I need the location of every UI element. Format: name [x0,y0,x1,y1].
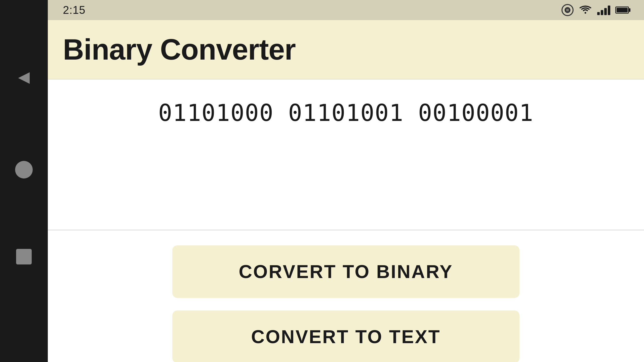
status-time: 2:15 [63,4,86,16]
signal-icon [597,5,610,15]
binary-display-area: 01101000 01101001 00100001 [48,79,644,230]
navigation-bar: ◀ [0,0,48,362]
page-title: Binary Converter [63,33,629,66]
svg-point-0 [585,12,586,14]
app-header: Binary Converter [48,20,644,79]
battery-icon [615,7,629,14]
convert-to-binary-button[interactable]: CORVERT TO BINARY [172,245,519,298]
main-content: Binary Converter 01101000 01101001 00100… [48,20,644,362]
recent-button[interactable] [16,249,32,264]
back-button[interactable]: ◀ [18,68,30,85]
status-bar: 2:15 [48,0,644,20]
convert-to-text-button[interactable]: CONVERT TO TEXT [172,310,519,362]
binary-input-text: 01101000 01101001 00100001 [158,100,534,126]
buttons-area: CORVERT TO BINARY CONVERT TO TEXT CLEAR [48,230,644,362]
pip-icon [561,4,574,16]
content-area: 01101000 01101001 00100001 CORVERT TO BI… [48,79,644,362]
status-icons [561,4,629,16]
wifi-icon [579,5,592,15]
home-button[interactable] [15,161,33,178]
